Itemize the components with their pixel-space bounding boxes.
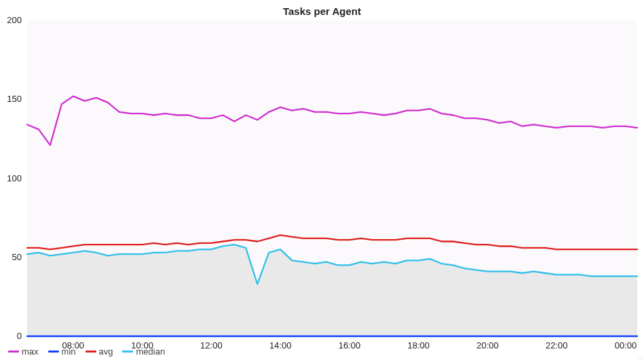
svg-text:22:00: 22:00: [546, 340, 568, 350]
legend-swatch: [8, 350, 19, 353]
legend-swatch: [48, 350, 59, 353]
legend-label: median: [136, 346, 165, 357]
legend-item-avg[interactable]: avg: [86, 346, 113, 357]
svg-text:20:00: 20:00: [476, 340, 499, 350]
legend-item-min[interactable]: min: [48, 346, 76, 357]
svg-text:00:00: 00:00: [615, 340, 637, 350]
legend-swatch: [86, 350, 96, 353]
chart-plot-area[interactable]: 05010015020008:0010:0012:0014:0016:0018:…: [0, 0, 644, 360]
svg-text:12:00: 12:00: [200, 340, 223, 350]
legend-item-max[interactable]: max: [8, 346, 39, 357]
svg-text:150: 150: [7, 94, 22, 104]
svg-text:14:00: 14:00: [269, 340, 292, 350]
legend-label: max: [22, 346, 39, 357]
svg-text:50: 50: [12, 252, 22, 262]
chart-container: Tasks per Agent 05010015020008:0010:0012…: [0, 0, 644, 360]
resize-handle-icon[interactable]: [636, 352, 643, 359]
legend-label: min: [62, 346, 76, 357]
legend-item-median[interactable]: median: [122, 346, 165, 357]
svg-text:16:00: 16:00: [339, 340, 361, 350]
svg-text:18:00: 18:00: [407, 340, 430, 350]
svg-text:0: 0: [17, 331, 22, 341]
svg-text:100: 100: [7, 173, 22, 183]
legend: maxminavgmedian: [8, 346, 165, 357]
svg-text:200: 200: [7, 15, 22, 25]
legend-label: avg: [99, 346, 113, 357]
legend-swatch: [122, 350, 133, 353]
